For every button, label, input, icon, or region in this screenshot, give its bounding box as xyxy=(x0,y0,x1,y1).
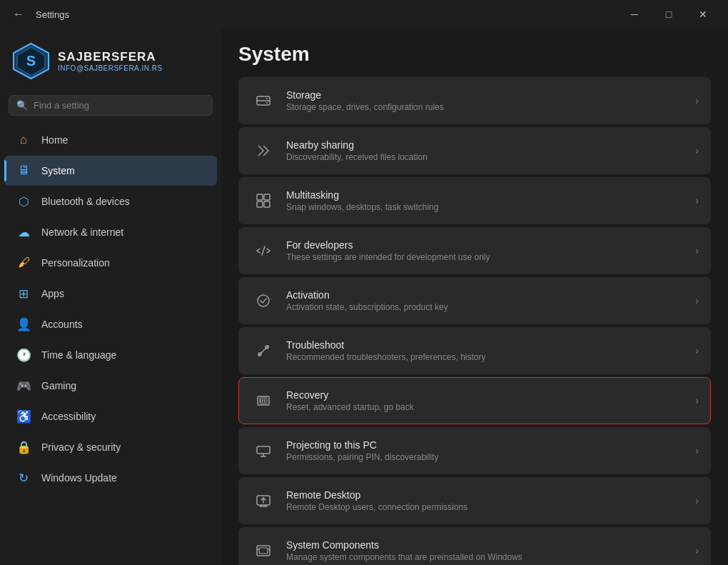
storage-title: Storage xyxy=(286,89,695,101)
titlebar-left: ← Settings xyxy=(9,4,69,24)
settings-item-system-components[interactable]: System ComponentsManage system component… xyxy=(238,527,711,565)
settings-list: StorageStorage space, drives, configurat… xyxy=(238,77,711,565)
update-nav-icon: ↻ xyxy=(16,470,31,486)
accessibility-label: Accessibility xyxy=(41,411,96,422)
apps-label: Apps xyxy=(41,288,64,299)
time-nav-icon: 🕐 xyxy=(16,347,31,363)
accounts-label: Accounts xyxy=(41,319,83,330)
multitasking-icon xyxy=(251,188,276,214)
activation-chevron: › xyxy=(695,295,699,306)
settings-item-activation[interactable]: ActivationActivation state, subscription… xyxy=(238,277,711,324)
sidebar-nav: ⌂Home🖥System⬡Bluetooth & devices☁Network… xyxy=(0,124,221,494)
personalization-nav-icon: 🖌 xyxy=(16,255,31,271)
settings-item-projecting[interactable]: Projecting to this PCPermissions, pairin… xyxy=(238,427,711,474)
personalization-label: Personalization xyxy=(41,257,110,269)
titlebar-title: Settings xyxy=(36,9,69,20)
storage-text: StorageStorage space, drives, configurat… xyxy=(286,89,695,112)
settings-item-remote-desktop[interactable]: Remote DesktopRemote Desktop users, conn… xyxy=(238,477,711,524)
storage-desc: Storage space, drives, configuration rul… xyxy=(286,102,695,112)
brand-email: INFO@SAJBERSFERA.IN.RS xyxy=(58,64,163,72)
sidebar-item-system[interactable]: 🖥System xyxy=(4,156,217,186)
sidebar-item-update[interactable]: ↻Windows Update xyxy=(4,463,217,493)
troubleshoot-title: Troubleshoot xyxy=(286,339,695,351)
multitasking-chevron: › xyxy=(695,195,699,206)
nearby-sharing-chevron: › xyxy=(695,145,699,156)
network-label: Network & internet xyxy=(41,226,123,238)
settings-item-storage[interactable]: StorageStorage space, drives, configurat… xyxy=(238,77,711,124)
maximize-button[interactable]: □ xyxy=(652,3,685,26)
multitasking-text: MultitaskingSnap windows, desktops, task… xyxy=(286,189,695,212)
sidebar-item-privacy[interactable]: 🔒Privacy & security xyxy=(4,432,217,462)
back-button[interactable]: ← xyxy=(9,4,29,24)
system-label: System xyxy=(41,165,75,176)
sidebar-item-gaming[interactable]: 🎮Gaming xyxy=(4,371,217,401)
remote-desktop-title: Remote Desktop xyxy=(286,489,695,501)
system-components-title: System Components xyxy=(286,539,695,551)
activation-title: Activation xyxy=(286,289,695,301)
sidebar-item-bluetooth[interactable]: ⬡Bluetooth & devices xyxy=(4,186,217,216)
svg-point-6 xyxy=(266,102,268,104)
svg-rect-9 xyxy=(257,201,263,207)
sidebar-item-network[interactable]: ☁Network & internet xyxy=(4,217,217,247)
recovery-icon xyxy=(251,388,276,414)
titlebar-controls: ─ □ ✕ xyxy=(618,3,719,26)
svg-rect-8 xyxy=(264,194,270,200)
projecting-title: Projecting to this PC xyxy=(286,439,695,451)
sidebar-item-personalization[interactable]: 🖌Personalization xyxy=(4,248,217,278)
system-components-chevron: › xyxy=(695,545,699,556)
close-button[interactable]: ✕ xyxy=(687,3,719,26)
system-nav-icon: 🖥 xyxy=(16,163,31,179)
sidebar: S SAJBERSFERA INFO@SAJBERSFERA.IN.RS 🔍 ⌂… xyxy=(0,29,221,565)
settings-item-developers[interactable]: For developersThese settings are intende… xyxy=(238,227,711,274)
back-icon: ← xyxy=(13,8,24,21)
remote-desktop-desc: Remote Desktop users, connection permiss… xyxy=(286,502,695,512)
sidebar-item-time[interactable]: 🕐Time & language xyxy=(4,340,217,370)
maximize-icon: □ xyxy=(666,9,672,20)
svg-text:S: S xyxy=(26,53,36,69)
bluetooth-nav-icon: ⬡ xyxy=(16,194,31,209)
activation-desc: Activation state, subscriptions, product… xyxy=(286,302,695,312)
developers-icon xyxy=(251,238,276,264)
developers-desc: These settings are intended for developm… xyxy=(286,252,695,262)
settings-item-recovery[interactable]: RecoveryReset, advanced startup, go back… xyxy=(238,377,711,424)
minimize-button[interactable]: ─ xyxy=(618,3,651,26)
remote-desktop-icon xyxy=(251,488,276,514)
system-components-desc: Manage system components that are preins… xyxy=(286,552,695,562)
gaming-nav-icon: 🎮 xyxy=(16,378,31,394)
minimize-icon: ─ xyxy=(631,9,638,20)
svg-line-11 xyxy=(262,246,265,255)
developers-text: For developersThese settings are intende… xyxy=(286,239,695,262)
projecting-chevron: › xyxy=(695,445,699,456)
remote-desktop-chevron: › xyxy=(695,495,699,506)
apps-nav-icon: ⊞ xyxy=(16,286,31,301)
home-label: Home xyxy=(41,134,68,146)
sidebar-item-home[interactable]: ⌂Home xyxy=(4,125,217,155)
multitasking-desc: Snap windows, desktops, task switching xyxy=(286,202,695,212)
troubleshoot-desc: Recommended troubleshooters, preferences… xyxy=(286,352,695,362)
accounts-nav-icon: 👤 xyxy=(16,316,31,332)
recovery-title: Recovery xyxy=(286,389,695,401)
projecting-icon xyxy=(251,438,276,464)
svg-rect-17 xyxy=(257,446,270,454)
nearby-sharing-title: Nearby sharing xyxy=(286,139,695,151)
home-nav-icon: ⌂ xyxy=(16,132,31,148)
main-content: System StorageStorage space, drives, con… xyxy=(221,29,728,565)
settings-item-troubleshoot[interactable]: TroubleshootRecommended troubleshooters,… xyxy=(238,327,711,374)
projecting-desc: Permissions, pairing PIN, discoverabilit… xyxy=(286,452,695,462)
activation-text: ActivationActivation state, subscription… xyxy=(286,289,695,312)
accessibility-nav-icon: ♿ xyxy=(16,409,31,424)
storage-chevron: › xyxy=(695,95,699,106)
svg-point-5 xyxy=(266,98,268,99)
search-input[interactable] xyxy=(34,100,205,111)
settings-item-nearby-sharing[interactable]: Nearby sharingDiscoverability, received … xyxy=(238,127,711,174)
time-label: Time & language xyxy=(41,349,116,361)
sidebar-item-accounts[interactable]: 👤Accounts xyxy=(4,309,217,339)
developers-title: For developers xyxy=(286,239,695,251)
settings-item-multitasking[interactable]: MultitaskingSnap windows, desktops, task… xyxy=(238,177,711,224)
system-components-icon xyxy=(251,538,276,564)
svg-point-12 xyxy=(258,295,269,306)
nearby-sharing-desc: Discoverability, received files location xyxy=(286,152,695,162)
multitasking-title: Multitasking xyxy=(286,189,695,201)
sidebar-item-accessibility[interactable]: ♿Accessibility xyxy=(4,401,217,431)
sidebar-item-apps[interactable]: ⊞Apps xyxy=(4,279,217,309)
